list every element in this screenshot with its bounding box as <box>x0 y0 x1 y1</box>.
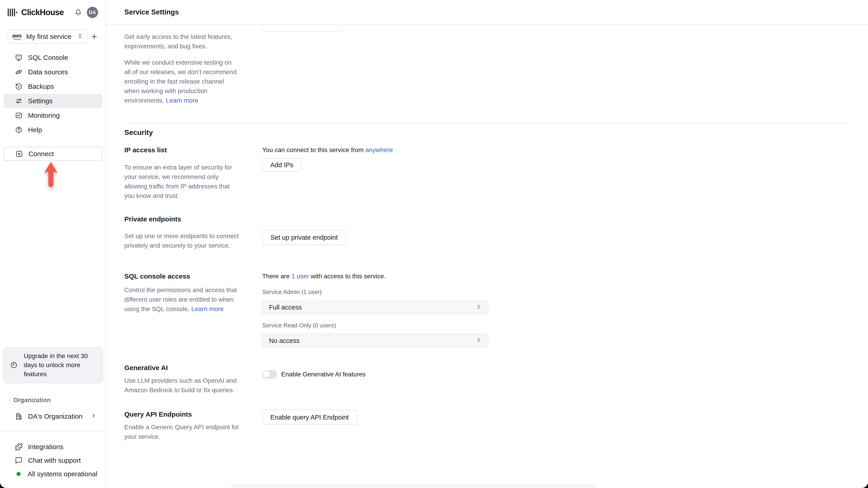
plus-icon <box>90 33 98 40</box>
wifi-connect-icon <box>16 150 23 158</box>
generative-ai-section: Generative AI Use LLM providers such as … <box>124 363 850 395</box>
ip-access-list-section: IP access list To ensure an extra layer … <box>124 145 850 201</box>
sql-console-access-title: SQL console access <box>124 272 251 281</box>
organization-section-label: Organization <box>13 397 51 404</box>
sidebar: ClickHouse DA aws My first service <box>0 0 106 488</box>
organization-name: DA's Organization <box>28 413 83 420</box>
notifications-button[interactable] <box>74 9 82 16</box>
upgrade-notice-card[interactable]: Upgrade in the next 30 days to unlock mo… <box>3 348 103 383</box>
add-ips-button[interactable]: Add IPs <box>262 158 302 172</box>
connect-button-label: Connect <box>29 150 54 158</box>
service-admin-label: Service Admin (1 user) <box>262 288 488 296</box>
app-window: ClickHouse DA aws My first service <box>0 0 868 488</box>
aws-logo-icon: aws <box>12 33 24 40</box>
annotation-arrow <box>43 161 58 188</box>
next-section-cutoff <box>230 484 594 488</box>
sidebar-item-label: Monitoring <box>28 111 60 119</box>
users-line-prefix: There are <box>262 273 289 280</box>
private-endpoints-description: Set up one or more endpoints to connect … <box>124 231 251 250</box>
chevron-right-icon <box>91 413 96 420</box>
chevrons-up-down-icon <box>476 337 482 345</box>
backups-icon <box>15 83 23 90</box>
sql-console-access-description: Control the permissions and access that … <box>124 285 251 314</box>
clickhouse-logo-icon <box>8 7 17 18</box>
sidebar-item-label: Help <box>28 126 42 134</box>
sidebar-item-data-sources[interactable]: Data sources <box>3 65 102 79</box>
monitoring-icon <box>15 111 23 119</box>
release-paragraph-1: Get early access to the latest features,… <box>124 32 251 51</box>
main-area: Service Settings Get early access to the… <box>106 0 868 488</box>
sidebar-divider <box>0 431 106 431</box>
service-selector-value: My first service <box>26 33 71 40</box>
avatar-initials: DA <box>89 9 96 15</box>
ip-access-status-text: You can connect to this service from <box>262 147 364 153</box>
help-icon <box>15 126 23 134</box>
one-user-link[interactable]: 1 user <box>291 273 309 280</box>
data-sources-icon <box>15 68 23 76</box>
toggle-knob <box>263 371 270 378</box>
clock-icon <box>10 361 18 369</box>
service-readonly-label: Service Read Only (0 users) <box>262 322 488 329</box>
sidebar-item-settings[interactable]: Settings <box>3 94 102 108</box>
private-endpoints-section: Private endpoints Set up one or more end… <box>124 215 850 250</box>
service-selector-row: aws My first service <box>8 29 98 43</box>
sql-console-icon <box>15 54 23 61</box>
sql-console-access-section: SQL console access Control the permissio… <box>124 272 850 348</box>
sidebar-item-label: Data sources <box>28 68 68 76</box>
sidebar-item-help[interactable]: Help <box>3 123 102 137</box>
chevrons-up-down-icon <box>476 304 482 311</box>
enable-query-api-button[interactable]: Enable query API Endpoint <box>262 410 357 425</box>
ip-access-list-title: IP access list <box>124 145 251 155</box>
service-admin-select-value: Full access <box>269 304 302 311</box>
security-heading: Security <box>124 127 850 137</box>
brand-name: ClickHouse <box>21 8 64 17</box>
chat-icon <box>15 457 23 464</box>
sidebar-item-monitoring[interactable]: Monitoring <box>3 108 102 123</box>
release-channel-section: Get early access to the latest features,… <box>124 25 850 105</box>
building-icon <box>15 413 23 420</box>
setup-private-endpoint-button[interactable]: Set up private endpoint <box>262 230 346 245</box>
sidebar-nav: SQL Console Data sources Backups <box>3 51 102 137</box>
footer-item-label: All systems operational <box>28 470 97 478</box>
status-dot <box>17 472 21 476</box>
sidebar-item-system-status[interactable]: All systems operational <box>3 467 103 481</box>
query-api-endpoints-section: Query API Endpoints Enable a Generic Que… <box>124 410 850 442</box>
anywhere-link[interactable]: anywhere <box>366 147 393 153</box>
sql-access-users-line: There are 1 user with access to this ser… <box>262 272 488 281</box>
connect-button[interactable]: Connect <box>3 147 102 161</box>
organization-item[interactable]: DA's Organization <box>3 410 103 423</box>
sql-access-learn-more-link[interactable]: Learn more <box>191 305 223 313</box>
footer-item-label: Chat with support <box>28 457 81 464</box>
settings-content: Get early access to the latest features,… <box>106 25 868 442</box>
service-admin-select[interactable]: Full access <box>262 300 488 314</box>
sidebar-item-label: Settings <box>28 97 53 105</box>
private-endpoints-title: Private endpoints <box>124 215 251 224</box>
service-selector[interactable]: aws My first service <box>8 29 88 43</box>
sidebar-item-label: SQL Console <box>28 54 68 61</box>
sidebar-item-sql-console[interactable]: SQL Console <box>3 51 102 65</box>
settings-icon <box>15 97 23 105</box>
ip-access-list-description: To ensure an extra layer of security for… <box>124 163 251 201</box>
chevrons-up-down-icon <box>77 33 83 40</box>
generative-ai-toggle[interactable] <box>262 370 277 379</box>
sidebar-item-chat-support[interactable]: Chat with support <box>3 454 103 467</box>
puzzle-icon <box>15 443 23 451</box>
footer-item-label: Integrations <box>28 443 64 451</box>
sidebar-item-integrations[interactable]: Integrations <box>3 440 103 454</box>
upgrade-notice-text: Upgrade in the next 30 days to unlock mo… <box>24 352 88 379</box>
query-api-title: Query API Endpoints <box>124 410 251 419</box>
ip-access-status-line: You can connect to this service from any… <box>262 145 488 155</box>
sidebar-item-backups[interactable]: Backups <box>3 79 102 94</box>
service-readonly-select-value: No access <box>269 337 300 345</box>
sidebar-item-label: Backups <box>28 83 54 90</box>
generative-ai-description: Use LLM providers such as OpenAI and Ama… <box>124 376 251 395</box>
generative-ai-toggle-row: Enable Generative AI features <box>262 370 488 379</box>
brand-row: ClickHouse DA <box>8 6 98 19</box>
service-readonly-select[interactable]: No access <box>262 334 488 348</box>
release-learn-more-link[interactable]: Learn more <box>166 97 198 104</box>
main-header: Service Settings <box>106 0 868 25</box>
bell-icon <box>74 9 82 16</box>
generative-ai-title: Generative AI <box>124 363 251 372</box>
avatar[interactable]: DA <box>87 7 98 18</box>
add-service-button[interactable] <box>90 33 98 40</box>
